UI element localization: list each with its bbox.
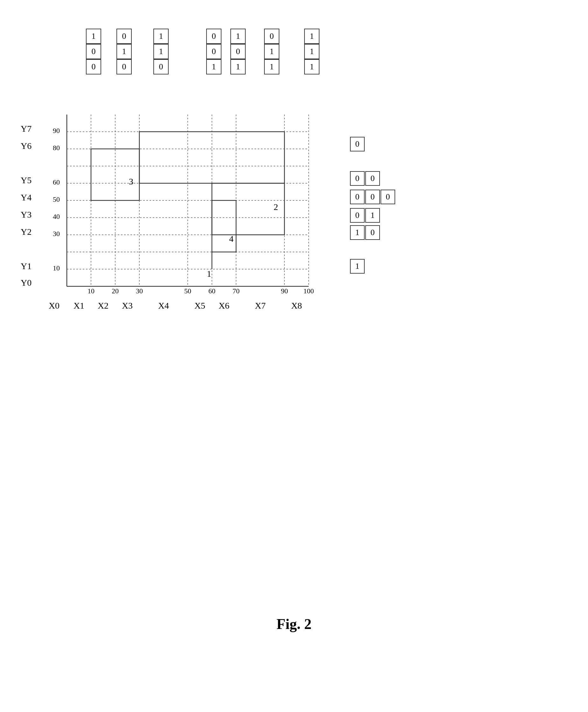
x-label-x6: X6 bbox=[212, 301, 236, 311]
main-chart-svg: .dotted { stroke: #555; stroke-width: 1.… bbox=[41, 108, 340, 312]
binary-cell: 0 bbox=[153, 59, 169, 75]
y-label-y2: Y2 bbox=[21, 227, 31, 237]
svg-text:30: 30 bbox=[53, 230, 60, 238]
svg-text:4: 4 bbox=[229, 234, 234, 244]
y-label-y3: Y3 bbox=[21, 210, 31, 220]
output-cell: 1 bbox=[365, 208, 380, 223]
binary-cell: 1 bbox=[304, 29, 319, 44]
binary-cell: 0 bbox=[86, 44, 101, 59]
svg-text:40: 40 bbox=[53, 212, 60, 221]
svg-text:100: 100 bbox=[303, 287, 314, 295]
output-cell: 0 bbox=[350, 171, 365, 186]
svg-text:70: 70 bbox=[233, 287, 239, 295]
binary-cell: 1 bbox=[264, 59, 279, 75]
y-label-y1: Y1 bbox=[21, 261, 31, 271]
binary-cell: 1 bbox=[304, 59, 319, 75]
binary-col-5: 1 0 1 bbox=[230, 29, 246, 75]
binary-columns-container: 1 0 0 0 1 0 1 1 0 0 0 1 1 0 1 0 bbox=[86, 29, 319, 75]
svg-rect-24 bbox=[212, 201, 236, 252]
figure-caption: Fig. 2 bbox=[276, 615, 312, 632]
output-y1: 1 bbox=[350, 259, 365, 274]
svg-text:30: 30 bbox=[136, 287, 143, 295]
x-label-x5: X5 bbox=[188, 301, 212, 311]
binary-col-7: 1 1 1 bbox=[304, 29, 319, 75]
x-axis-labels: X0 X1 X2 X3 X4 X5 X6 X7 X8 bbox=[41, 301, 340, 311]
binary-cell: 0 bbox=[86, 59, 101, 75]
binary-cell: 1 bbox=[230, 29, 246, 44]
output-cell: 0 bbox=[350, 208, 365, 223]
output-cell: 1 bbox=[350, 225, 365, 240]
svg-text:60: 60 bbox=[53, 178, 60, 186]
binary-col-6: 0 1 1 bbox=[264, 29, 279, 75]
y-label-y0: Y0 bbox=[21, 278, 31, 288]
binary-cell: 1 bbox=[230, 59, 246, 75]
output-cell: 0 bbox=[365, 190, 380, 204]
x-label-x8: X8 bbox=[285, 301, 309, 311]
binary-cell: 1 bbox=[304, 44, 319, 59]
svg-text:3: 3 bbox=[129, 176, 133, 186]
output-cell: 1 bbox=[350, 259, 365, 274]
y-label-y5: Y5 bbox=[21, 175, 31, 186]
x-label-x0: X0 bbox=[41, 301, 67, 311]
svg-text:10: 10 bbox=[87, 287, 94, 295]
output-cell: 0 bbox=[365, 171, 380, 186]
x-label-x7: X7 bbox=[236, 301, 285, 311]
page: 1 0 0 0 1 0 1 1 0 0 0 1 1 0 1 0 bbox=[0, 0, 588, 712]
output-cell: 0 bbox=[350, 190, 365, 204]
x-label-x4: X4 bbox=[139, 301, 188, 311]
binary-cell: 1 bbox=[206, 59, 222, 75]
binary-cell: 1 bbox=[153, 29, 169, 44]
binary-cell: 0 bbox=[230, 44, 246, 59]
output-cell: 0 bbox=[365, 225, 380, 240]
y-label-y7: Y7 bbox=[21, 124, 31, 134]
svg-text:60: 60 bbox=[208, 287, 215, 295]
x-label-x3: X3 bbox=[115, 301, 139, 311]
binary-cell: 1 bbox=[264, 44, 279, 59]
svg-text:90: 90 bbox=[281, 287, 288, 295]
svg-text:1: 1 bbox=[207, 269, 211, 279]
binary-cell: 0 bbox=[264, 29, 279, 44]
svg-text:50: 50 bbox=[53, 195, 60, 203]
output-y2: 1 0 bbox=[350, 225, 380, 240]
binary-col-1: 1 0 0 bbox=[86, 29, 101, 75]
y-label-y6: Y6 bbox=[21, 141, 31, 151]
binary-col-2: 0 1 0 bbox=[117, 29, 132, 75]
svg-text:20: 20 bbox=[112, 287, 119, 295]
output-y3: 0 1 bbox=[350, 208, 380, 223]
binary-cell: 1 bbox=[86, 29, 101, 44]
x-label-x1: X1 bbox=[67, 301, 91, 311]
y-label-y4: Y4 bbox=[21, 192, 31, 203]
svg-text:90: 90 bbox=[53, 127, 60, 134]
binary-cell: 0 bbox=[117, 59, 132, 75]
binary-cell: 0 bbox=[117, 29, 132, 44]
x-label-x2: X2 bbox=[91, 301, 115, 311]
output-y5: 0 0 bbox=[350, 171, 380, 186]
binary-cell: 0 bbox=[206, 29, 222, 44]
output-y4: 0 0 0 bbox=[350, 190, 395, 204]
binary-cell: 1 bbox=[153, 44, 169, 59]
output-cell: 0 bbox=[381, 190, 395, 204]
svg-text:50: 50 bbox=[184, 287, 191, 295]
output-cell: 0 bbox=[350, 137, 365, 151]
binary-cell: 0 bbox=[206, 44, 222, 59]
binary-col-3: 1 1 0 bbox=[153, 29, 169, 75]
svg-text:2: 2 bbox=[274, 202, 278, 212]
svg-text:10: 10 bbox=[53, 264, 60, 272]
svg-text:80: 80 bbox=[53, 144, 60, 152]
binary-cell: 1 bbox=[117, 44, 132, 59]
output-y6: 0 bbox=[350, 137, 365, 151]
binary-col-4: 0 0 1 bbox=[206, 29, 222, 75]
